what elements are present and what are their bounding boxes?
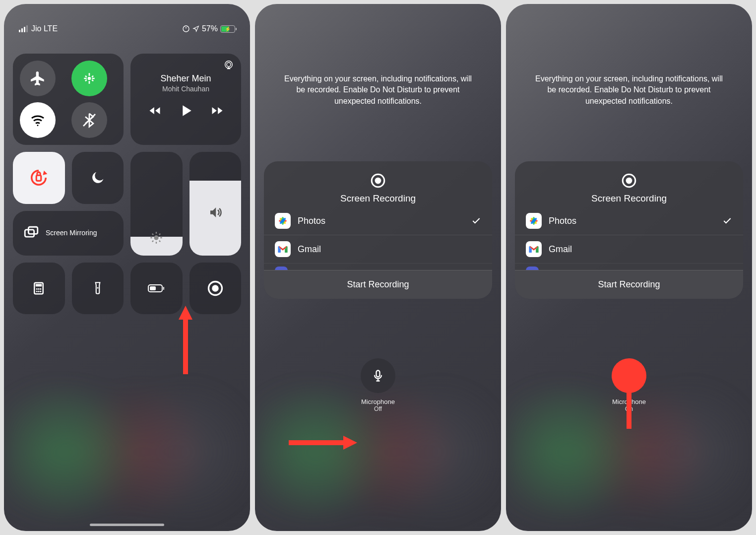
svg-point-7 [154, 235, 159, 240]
connectivity-panel[interactable] [13, 54, 124, 145]
svg-line-13 [159, 240, 160, 241]
record-icon [621, 172, 637, 189]
svg-point-20 [36, 288, 38, 290]
annotation-arrow [179, 306, 192, 374]
microphone-toggle[interactable] [612, 358, 646, 393]
screen-recording-card: Screen Recording Photos Gmail [515, 161, 743, 299]
airplay-icon[interactable] [223, 60, 234, 70]
app-name-label: Photos [298, 216, 325, 226]
svg-point-22 [40, 288, 42, 290]
recording-destination-gmail[interactable]: Gmail [515, 235, 743, 263]
status-bar: Jio LTE 57% ⚡ [13, 4, 241, 54]
screen-recording-tile[interactable] [189, 263, 242, 315]
svg-rect-19 [36, 284, 42, 286]
screenshot-2-recording-overlay-mic-off: Everything on your screen, including not… [255, 4, 501, 531]
app-name-label: Gmail [549, 244, 572, 255]
bluetooth-toggle[interactable] [71, 102, 107, 138]
svg-rect-38 [377, 371, 380, 377]
cellular-data-toggle[interactable] [71, 61, 107, 96]
brightness-slider[interactable] [130, 152, 183, 256]
svg-point-0 [183, 26, 189, 32]
music-artist: Mohit Chauhan [139, 85, 232, 93]
prev-track-button[interactable] [148, 104, 162, 118]
recording-destination-list: Photos Gmail [515, 207, 743, 270]
recording-destination-partial[interactable] [264, 263, 492, 270]
calculator-tile[interactable] [13, 263, 65, 315]
microphone-state: Off [264, 405, 492, 412]
gmail-app-icon [275, 241, 291, 257]
microphone-icon [371, 369, 385, 383]
discord-app-icon [526, 267, 539, 270]
checkmark-icon [722, 216, 732, 226]
svg-line-14 [152, 240, 153, 241]
start-recording-button[interactable]: Start Recording [264, 270, 492, 299]
next-track-button[interactable] [210, 104, 224, 118]
screen-recording-title: Screen Recording [264, 193, 492, 204]
recording-destination-photos[interactable]: Photos [264, 207, 492, 235]
wifi-toggle[interactable] [20, 102, 56, 138]
location-icon [192, 25, 199, 32]
svg-line-12 [152, 233, 153, 234]
record-icon [206, 279, 224, 297]
orientation-lock-tile[interactable] [13, 152, 65, 204]
svg-point-24 [38, 291, 40, 292]
svg-point-21 [38, 288, 40, 290]
airplane-mode-toggle[interactable] [20, 61, 56, 96]
photos-app-icon [275, 213, 291, 229]
svg-rect-45 [628, 371, 631, 377]
screenshot-3-recording-overlay-mic-on: Everything on your screen, including not… [506, 4, 752, 531]
recording-destination-gmail[interactable]: Gmail [264, 235, 492, 263]
do-not-disturb-tile[interactable] [72, 152, 124, 204]
screen-recording-title: Screen Recording [515, 193, 743, 204]
volume-slider[interactable] [189, 152, 242, 256]
volume-icon [208, 205, 223, 220]
music-title: Sheher Mein [139, 73, 232, 84]
svg-point-1 [88, 77, 90, 79]
microphone-toggle[interactable] [361, 358, 395, 393]
svg-rect-29 [150, 286, 156, 290]
svg-point-2 [37, 125, 39, 127]
carrier-label: Jio LTE [31, 24, 58, 33]
svg-point-31 [212, 285, 219, 292]
recording-destination-list: Photos Gmail [264, 207, 492, 270]
photos-app-icon [526, 213, 542, 229]
app-name-label: Photos [549, 216, 576, 226]
signal-icon [19, 25, 28, 32]
music-panel[interactable]: Sheher Mein Mohit Chauhan [130, 54, 241, 145]
checkmark-icon [471, 216, 481, 226]
annotation-arrow [289, 436, 357, 450]
discord-app-icon [275, 267, 288, 270]
microphone-icon [622, 369, 636, 383]
recording-destination-photos[interactable]: Photos [515, 207, 743, 235]
svg-point-26 [97, 287, 98, 288]
brightness-icon [149, 231, 163, 245]
svg-line-15 [159, 233, 160, 234]
microphone-label: Microphone [515, 398, 743, 405]
orientation-lock-status-icon [182, 25, 190, 33]
svg-point-40 [626, 178, 632, 184]
recording-instruction-text: Everything on your screen, including not… [264, 73, 492, 107]
record-icon [370, 172, 386, 189]
svg-point-33 [375, 178, 381, 184]
screen-mirroring-label: Screen Mirroring [46, 228, 97, 237]
microphone-state: On [515, 405, 743, 412]
gmail-app-icon [526, 241, 542, 257]
start-recording-button[interactable]: Start Recording [515, 270, 743, 299]
low-power-mode-tile[interactable] [130, 263, 183, 315]
screenshot-1-control-center: Jio LTE 57% ⚡ [4, 4, 250, 531]
svg-rect-28 [163, 287, 164, 290]
screen-mirroring-icon [23, 225, 40, 242]
home-indicator[interactable] [90, 524, 164, 526]
svg-point-5 [227, 63, 231, 67]
play-button[interactable] [178, 103, 194, 119]
microphone-label: Microphone [264, 398, 492, 405]
recording-instruction-text: Everything on your screen, including not… [515, 73, 743, 107]
screen-recording-card: Screen Recording Photos Gmail [264, 161, 492, 299]
recording-destination-partial[interactable] [515, 263, 743, 270]
battery-icon: ⚡ [220, 25, 235, 33]
svg-rect-6 [37, 176, 42, 181]
screen-mirroring-tile[interactable]: Screen Mirroring [13, 211, 124, 256]
svg-point-23 [36, 291, 38, 292]
flashlight-tile[interactable] [72, 263, 124, 315]
app-name-label: Gmail [298, 244, 321, 255]
